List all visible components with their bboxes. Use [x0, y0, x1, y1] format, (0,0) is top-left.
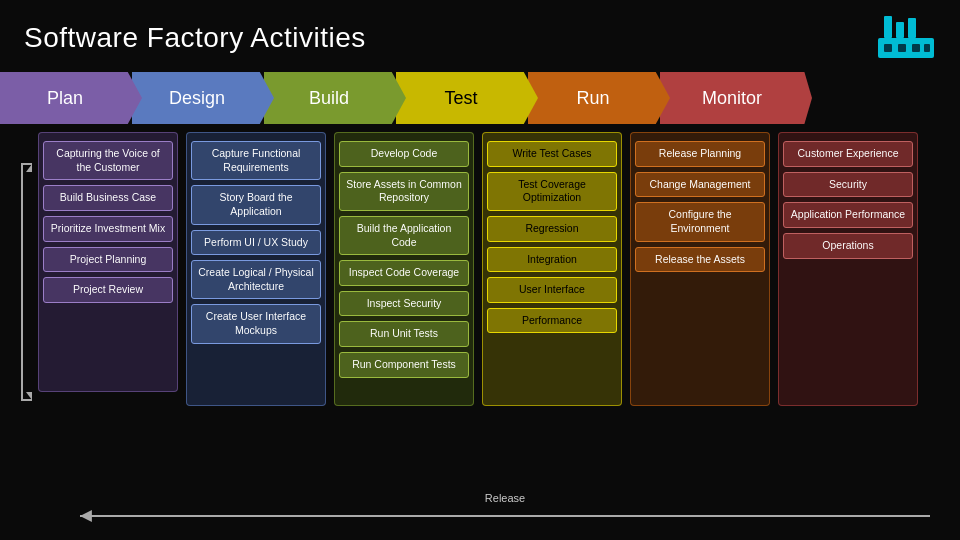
list-item: Application Performance [783, 202, 913, 228]
phase-header-monitor: Monitor [660, 72, 812, 124]
svg-rect-4 [884, 44, 892, 52]
svg-rect-5 [898, 44, 906, 52]
list-item: Build Business Case [43, 185, 173, 211]
svg-marker-11 [80, 510, 92, 522]
content-area: Capturing the Voice of the Customer Buil… [0, 132, 960, 406]
list-item: Security [783, 172, 913, 198]
list-item: Prioritize Investment Mix [43, 216, 173, 242]
feedback-arrow-area: Release [80, 506, 930, 526]
run-column: Release Planning Change Management Confi… [630, 132, 770, 406]
svg-rect-1 [896, 22, 904, 38]
feedback-arrow-icon [80, 506, 930, 526]
list-item: Release the Assets [635, 247, 765, 273]
page-title: Software Factory Activities [24, 22, 366, 54]
svg-rect-2 [908, 18, 916, 38]
list-item: Build the Application Code [339, 216, 469, 255]
list-item: Project Review [43, 277, 173, 303]
svg-rect-7 [924, 44, 930, 52]
list-item: Create Logical / Physical Architecture [191, 260, 321, 299]
svg-marker-9 [26, 392, 32, 400]
phases-header: Plan Design Build Test Run Monitor [0, 72, 960, 124]
phase-header-test: Test [396, 72, 538, 124]
phase-label-test: Test [444, 88, 477, 109]
list-item: Performance [487, 308, 617, 334]
phase-label-design: Design [169, 88, 225, 109]
list-item: Integration [487, 247, 617, 273]
list-item: Customer Experience [783, 141, 913, 167]
list-item: Create User Interface Mockups [191, 304, 321, 343]
list-item: Operations [783, 233, 913, 259]
list-item: Run Component Tests [339, 352, 469, 378]
header: Software Factory Activities [0, 0, 960, 72]
phase-header-design: Design [132, 72, 274, 124]
feedback-bracket-icon [18, 162, 34, 402]
plan-column: Capturing the Voice of the Customer Buil… [38, 132, 178, 392]
design-column: Capture Functional Requirements Story Bo… [186, 132, 326, 406]
list-item: Project Planning [43, 247, 173, 273]
list-item: User Interface [487, 277, 617, 303]
list-item: Change Management [635, 172, 765, 198]
phase-header-plan: Plan [0, 72, 142, 124]
svg-marker-8 [26, 164, 32, 172]
list-item: Regression [487, 216, 617, 242]
svg-rect-0 [884, 16, 892, 38]
list-item: Capture Functional Requirements [191, 141, 321, 180]
list-item: Story Board the Application [191, 185, 321, 224]
phase-header-build: Build [264, 72, 406, 124]
list-item: Write Test Cases [487, 141, 617, 167]
list-item: Inspect Security [339, 291, 469, 317]
list-item: Capturing the Voice of the Customer [43, 141, 173, 180]
list-item: Test Coverage Optimization [487, 172, 617, 211]
list-item: Configure the Environment [635, 202, 765, 241]
build-column: Develop Code Store Assets in Common Repo… [334, 132, 474, 406]
monitor-column: Customer Experience Security Application… [778, 132, 918, 406]
list-item: Store Assets in Common Repository [339, 172, 469, 211]
svg-rect-6 [912, 44, 920, 52]
test-column: Write Test Cases Test Coverage Optimizat… [482, 132, 622, 406]
phase-label-plan: Plan [47, 88, 83, 109]
list-item: Perform UI / UX Study [191, 230, 321, 256]
phase-label-run: Run [576, 88, 609, 109]
phase-label-build: Build [309, 88, 349, 109]
phase-label-monitor: Monitor [702, 88, 762, 109]
list-item: Develop Code [339, 141, 469, 167]
list-item: Release Planning [635, 141, 765, 167]
page: Software Factory Activities Plan Design [0, 0, 960, 540]
phase-header-run: Run [528, 72, 670, 124]
list-item: Run Unit Tests [339, 321, 469, 347]
list-item: Inspect Code Coverage [339, 260, 469, 286]
factory-icon [876, 14, 936, 62]
release-label: Release [485, 492, 525, 504]
